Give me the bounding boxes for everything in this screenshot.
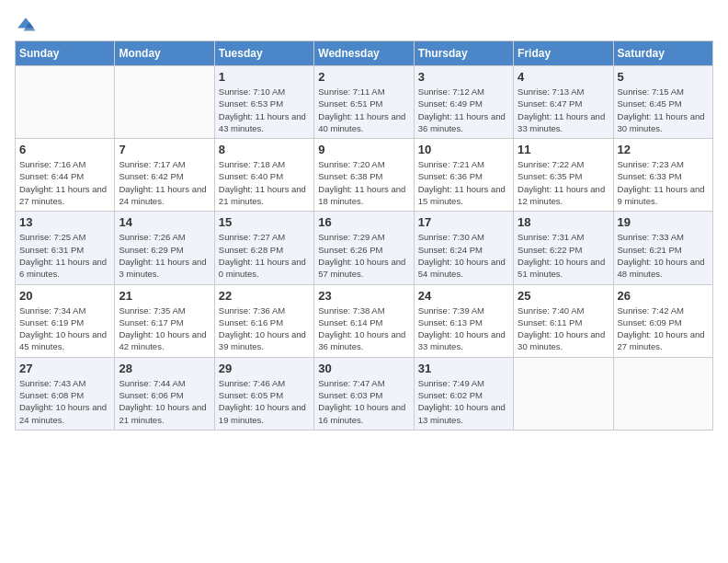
calendar-cell: 27Sunrise: 7:43 AMSunset: 6:08 PMDayligh… xyxy=(16,357,115,430)
calendar-week-row: 20Sunrise: 7:34 AMSunset: 6:19 PMDayligh… xyxy=(16,284,713,357)
day-number: 30 xyxy=(318,362,409,375)
day-number: 21 xyxy=(119,289,210,303)
day-info: Sunrise: 7:30 AMSunset: 6:24 PMDaylight:… xyxy=(418,231,509,280)
calendar-cell: 10Sunrise: 7:21 AMSunset: 6:36 PMDayligh… xyxy=(414,139,513,212)
day-info: Sunrise: 7:39 AMSunset: 6:13 PMDaylight:… xyxy=(418,304,509,353)
calendar-cell: 19Sunrise: 7:33 AMSunset: 6:21 PMDayligh… xyxy=(613,212,712,284)
day-info: Sunrise: 7:17 AMSunset: 6:42 PMDaylight:… xyxy=(119,158,210,207)
col-header-thursday: Thursday xyxy=(414,41,513,66)
day-number: 10 xyxy=(418,143,509,156)
day-info: Sunrise: 7:21 AMSunset: 6:36 PMDaylight:… xyxy=(418,158,509,207)
day-info: Sunrise: 7:33 AMSunset: 6:21 PMDaylight:… xyxy=(618,231,709,280)
calendar-cell xyxy=(115,66,214,139)
day-number: 8 xyxy=(219,143,310,156)
day-info: Sunrise: 7:26 AMSunset: 6:29 PMDaylight:… xyxy=(119,231,210,280)
day-info: Sunrise: 7:31 AMSunset: 6:22 PMDaylight:… xyxy=(518,231,609,280)
day-info: Sunrise: 7:40 AMSunset: 6:11 PMDaylight:… xyxy=(518,304,609,353)
day-number: 17 xyxy=(418,215,509,229)
day-info: Sunrise: 7:11 AMSunset: 6:51 PMDaylight:… xyxy=(318,86,409,134)
calendar-cell: 28Sunrise: 7:44 AMSunset: 6:06 PMDayligh… xyxy=(115,357,214,430)
day-number: 19 xyxy=(618,215,709,229)
day-number: 28 xyxy=(119,362,210,375)
day-number: 18 xyxy=(518,215,609,229)
day-info: Sunrise: 7:15 AMSunset: 6:45 PMDaylight:… xyxy=(618,86,709,134)
calendar-cell: 31Sunrise: 7:49 AMSunset: 6:02 PMDayligh… xyxy=(414,357,513,430)
day-info: Sunrise: 7:18 AMSunset: 6:40 PMDaylight:… xyxy=(219,158,310,207)
calendar-cell xyxy=(514,357,613,430)
day-number: 7 xyxy=(119,143,210,156)
calendar-cell: 4Sunrise: 7:13 AMSunset: 6:47 PMDaylight… xyxy=(514,66,613,139)
calendar-cell: 30Sunrise: 7:47 AMSunset: 6:03 PMDayligh… xyxy=(314,357,414,430)
day-info: Sunrise: 7:10 AMSunset: 6:53 PMDaylight:… xyxy=(219,86,310,134)
calendar-cell: 2Sunrise: 7:11 AMSunset: 6:51 PMDaylight… xyxy=(314,66,414,139)
day-info: Sunrise: 7:13 AMSunset: 6:47 PMDaylight:… xyxy=(518,86,609,134)
day-number: 4 xyxy=(518,70,609,84)
calendar-cell xyxy=(16,66,115,139)
day-info: Sunrise: 7:16 AMSunset: 6:44 PMDaylight:… xyxy=(19,158,110,207)
calendar-cell: 1Sunrise: 7:10 AMSunset: 6:53 PMDaylight… xyxy=(214,66,313,139)
calendar-cell: 13Sunrise: 7:25 AMSunset: 6:31 PMDayligh… xyxy=(16,212,115,284)
day-number: 31 xyxy=(418,362,509,375)
col-header-wednesday: Wednesday xyxy=(314,41,414,66)
day-number: 13 xyxy=(19,215,110,229)
day-info: Sunrise: 7:23 AMSunset: 6:33 PMDaylight:… xyxy=(618,158,709,207)
day-number: 15 xyxy=(219,215,310,229)
day-number: 14 xyxy=(119,215,210,229)
calendar-week-row: 13Sunrise: 7:25 AMSunset: 6:31 PMDayligh… xyxy=(16,212,713,284)
day-number: 20 xyxy=(19,289,110,303)
day-info: Sunrise: 7:22 AMSunset: 6:35 PMDaylight:… xyxy=(518,158,609,207)
page-header xyxy=(15,15,713,37)
day-number: 12 xyxy=(618,143,709,156)
day-number: 26 xyxy=(618,289,709,303)
col-header-tuesday: Tuesday xyxy=(214,41,313,66)
calendar-cell: 5Sunrise: 7:15 AMSunset: 6:45 PMDaylight… xyxy=(613,66,712,139)
day-info: Sunrise: 7:20 AMSunset: 6:38 PMDaylight:… xyxy=(318,158,409,207)
calendar-table: SundayMondayTuesdayWednesdayThursdayFrid… xyxy=(15,40,713,431)
col-header-friday: Friday xyxy=(514,41,613,66)
day-info: Sunrise: 7:35 AMSunset: 6:17 PMDaylight:… xyxy=(119,304,210,353)
col-header-saturday: Saturday xyxy=(613,41,712,66)
day-info: Sunrise: 7:25 AMSunset: 6:31 PMDaylight:… xyxy=(19,231,110,280)
day-number: 9 xyxy=(318,143,409,156)
calendar-week-row: 27Sunrise: 7:43 AMSunset: 6:08 PMDayligh… xyxy=(16,357,713,430)
calendar-cell: 18Sunrise: 7:31 AMSunset: 6:22 PMDayligh… xyxy=(514,212,613,284)
calendar-cell: 14Sunrise: 7:26 AMSunset: 6:29 PMDayligh… xyxy=(115,212,214,284)
logo xyxy=(15,15,39,37)
day-number: 5 xyxy=(618,70,709,84)
calendar-cell xyxy=(613,357,712,430)
calendar-cell: 6Sunrise: 7:16 AMSunset: 6:44 PMDaylight… xyxy=(16,139,115,212)
day-info: Sunrise: 7:38 AMSunset: 6:14 PMDaylight:… xyxy=(318,304,409,353)
day-number: 1 xyxy=(219,70,310,84)
calendar-cell: 24Sunrise: 7:39 AMSunset: 6:13 PMDayligh… xyxy=(414,284,513,357)
calendar-cell: 8Sunrise: 7:18 AMSunset: 6:40 PMDaylight… xyxy=(214,139,313,212)
day-info: Sunrise: 7:12 AMSunset: 6:49 PMDaylight:… xyxy=(418,86,509,134)
calendar-cell: 21Sunrise: 7:35 AMSunset: 6:17 PMDayligh… xyxy=(115,284,214,357)
day-number: 11 xyxy=(518,143,609,156)
day-number: 25 xyxy=(518,289,609,303)
col-header-monday: Monday xyxy=(115,41,214,66)
day-number: 16 xyxy=(318,215,409,229)
calendar-cell: 3Sunrise: 7:12 AMSunset: 6:49 PMDaylight… xyxy=(414,66,513,139)
calendar-header-row: SundayMondayTuesdayWednesdayThursdayFrid… xyxy=(16,41,713,66)
calendar-cell: 25Sunrise: 7:40 AMSunset: 6:11 PMDayligh… xyxy=(514,284,613,357)
day-info: Sunrise: 7:44 AMSunset: 6:06 PMDaylight:… xyxy=(119,377,210,426)
calendar-cell: 12Sunrise: 7:23 AMSunset: 6:33 PMDayligh… xyxy=(613,139,712,212)
calendar-cell: 23Sunrise: 7:38 AMSunset: 6:14 PMDayligh… xyxy=(314,284,414,357)
day-info: Sunrise: 7:46 AMSunset: 6:05 PMDaylight:… xyxy=(219,377,310,426)
calendar-cell: 26Sunrise: 7:42 AMSunset: 6:09 PMDayligh… xyxy=(613,284,712,357)
calendar-cell: 9Sunrise: 7:20 AMSunset: 6:38 PMDaylight… xyxy=(314,139,414,212)
day-number: 29 xyxy=(219,362,310,375)
calendar-cell: 7Sunrise: 7:17 AMSunset: 6:42 PMDaylight… xyxy=(115,139,214,212)
calendar-cell: 20Sunrise: 7:34 AMSunset: 6:19 PMDayligh… xyxy=(16,284,115,357)
day-info: Sunrise: 7:34 AMSunset: 6:19 PMDaylight:… xyxy=(19,304,110,353)
calendar-week-row: 6Sunrise: 7:16 AMSunset: 6:44 PMDaylight… xyxy=(16,139,713,212)
calendar-cell: 11Sunrise: 7:22 AMSunset: 6:35 PMDayligh… xyxy=(514,139,613,212)
day-number: 27 xyxy=(19,362,110,375)
day-info: Sunrise: 7:47 AMSunset: 6:03 PMDaylight:… xyxy=(318,377,409,426)
calendar-week-row: 1Sunrise: 7:10 AMSunset: 6:53 PMDaylight… xyxy=(16,66,713,139)
day-number: 22 xyxy=(219,289,310,303)
calendar-cell: 15Sunrise: 7:27 AMSunset: 6:28 PMDayligh… xyxy=(214,212,313,284)
calendar-cell: 29Sunrise: 7:46 AMSunset: 6:05 PMDayligh… xyxy=(214,357,313,430)
calendar-cell: 16Sunrise: 7:29 AMSunset: 6:26 PMDayligh… xyxy=(314,212,414,284)
day-number: 3 xyxy=(418,70,509,84)
